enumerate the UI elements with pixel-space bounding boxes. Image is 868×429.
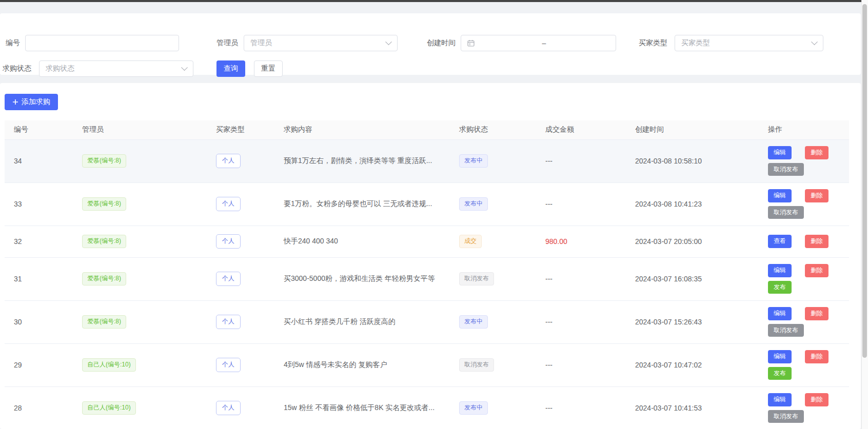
- reset-button[interactable]: 重置: [254, 60, 283, 77]
- cell-created-time: 2024-03-07 20:05:00: [626, 226, 759, 257]
- admin-tag: 爱慕(编号:8): [82, 235, 126, 248]
- plus-icon: [12, 99, 18, 105]
- cell-status: 取消发布: [450, 343, 536, 386]
- admin-tag: 爱慕(编号:8): [82, 272, 126, 285]
- vertical-scrollbar-thumb[interactable]: [862, 4, 867, 358]
- requests-table: 编号管理员买家类型求购内容求购状态成交金额创建时间操作 34爱慕(编号:8)个人…: [5, 120, 849, 429]
- action-button-danger[interactable]: 删除: [805, 189, 828, 202]
- admin-select[interactable]: 管理员: [244, 35, 398, 51]
- action-button-primary[interactable]: 编辑: [768, 350, 792, 363]
- buyer-type-tag: 个人: [216, 401, 241, 415]
- column-header: 创建时间: [626, 120, 759, 139]
- cell-buyer-type: 个人: [207, 139, 274, 182]
- cell-created-time: 2024-03-08 10:58:10: [626, 139, 759, 182]
- action-button-primary[interactable]: 编辑: [768, 264, 792, 277]
- action-button-info[interactable]: 取消发布: [768, 163, 804, 176]
- created-daterange-input[interactable]: –: [461, 35, 616, 51]
- cell-row-id: 30: [5, 300, 73, 343]
- action-button-primary[interactable]: 查看: [768, 235, 792, 248]
- cell-admin: 爱慕(编号:8): [73, 300, 207, 343]
- cell-actions: 编辑删除取消发布: [759, 182, 849, 226]
- table-row: 32爱慕(编号:8)个人快手240 400 340成交980.002024-03…: [5, 226, 849, 257]
- status-select[interactable]: 求购状态: [39, 60, 193, 77]
- cell-request-content: 4到5w 情感号未实名的 复购客户: [274, 343, 450, 386]
- add-request-button[interactable]: 添加求购: [5, 94, 58, 110]
- deal-amount-value: ---: [545, 275, 553, 283]
- top-border-bar: [0, 0, 868, 2]
- deal-amount-value: ---: [545, 361, 553, 369]
- action-button-danger[interactable]: 删除: [805, 264, 828, 277]
- cell-status: 成交: [450, 226, 536, 257]
- add-request-label: 添加求购: [22, 97, 50, 107]
- action-button-info[interactable]: 取消发布: [768, 206, 804, 219]
- buyer-type-select[interactable]: 买家类型: [675, 35, 823, 51]
- status-tag: 发布中: [459, 197, 488, 210]
- action-button-primary[interactable]: 编辑: [768, 307, 792, 320]
- action-button-info[interactable]: 取消发布: [768, 324, 804, 337]
- action-line: 取消发布: [768, 410, 844, 423]
- cell-request-content: 15w 粉丝 不看画像 价格低于8K 实名更改或者...: [274, 386, 450, 429]
- action-button-danger[interactable]: 删除: [805, 393, 828, 406]
- cell-actions: 编辑删除发布: [759, 343, 849, 386]
- number-input[interactable]: [25, 35, 179, 51]
- chevron-down-icon: [811, 38, 818, 45]
- cell-created-time: 2024-03-07 10:47:02: [626, 343, 759, 386]
- filter-buyer-type: 买家类型: [639, 35, 667, 51]
- cell-deal-amount: ---: [536, 300, 626, 343]
- cell-buyer-type: 个人: [207, 257, 274, 300]
- action-button-primary[interactable]: 编辑: [768, 189, 792, 202]
- action-button-success[interactable]: 发布: [768, 367, 792, 380]
- cell-deal-amount: ---: [536, 386, 626, 429]
- action-button-danger[interactable]: 删除: [805, 350, 828, 363]
- status-select-placeholder: 求购状态: [46, 64, 74, 73]
- buyer-type-tag: 个人: [216, 197, 241, 211]
- cell-created-time: 2024-03-07 10:41:53: [626, 386, 759, 429]
- cell-buyer-type: 个人: [207, 343, 274, 386]
- buyer-type-tag: 个人: [216, 154, 241, 168]
- status-tag: 成交: [459, 235, 482, 248]
- status-tag: 取消发布: [459, 358, 494, 371]
- query-button[interactable]: 查询: [216, 60, 245, 77]
- buyer-type-tag: 个人: [216, 272, 241, 285]
- buyer-type-tag: 个人: [216, 234, 241, 248]
- chevron-down-icon: [181, 64, 188, 71]
- action-button-danger[interactable]: 删除: [805, 235, 828, 248]
- action-button-danger[interactable]: 删除: [805, 146, 828, 159]
- table-row: 31爱慕(编号:8)个人买3000-5000粉，游戏和生活类 年轻粉男女平等取消…: [5, 257, 849, 300]
- cell-request-content: 预算1万左右，剧情类，演绎类等等 重度活跃...: [274, 139, 450, 182]
- cell-buyer-type: 个人: [207, 386, 274, 429]
- column-header: 管理员: [73, 120, 207, 139]
- admin-label: 管理员: [216, 38, 238, 48]
- action-line: 编辑删除: [768, 393, 844, 406]
- buyer-type-select-placeholder: 买家类型: [681, 38, 710, 48]
- action-button-primary[interactable]: 编辑: [768, 393, 792, 406]
- cell-status: 发布中: [450, 139, 536, 182]
- admin-tag: 自己人(编号:10): [82, 401, 136, 414]
- cell-deal-amount: ---: [536, 139, 626, 182]
- status-tag: 发布中: [459, 401, 488, 414]
- cell-admin: 自己人(编号:10): [73, 386, 207, 429]
- action-button-info[interactable]: 取消发布: [768, 410, 804, 423]
- cell-actions: 编辑删除取消发布: [759, 300, 849, 343]
- action-button-primary[interactable]: 编辑: [768, 146, 792, 159]
- cell-created-time: 2024-03-07 16:08:35: [626, 257, 759, 300]
- cell-row-id: 32: [5, 226, 73, 257]
- action-button-danger[interactable]: 删除: [805, 307, 828, 320]
- filter-admin: 管理员: [216, 35, 238, 51]
- cell-admin: 爱慕(编号:8): [73, 226, 207, 257]
- cell-buyer-type: 个人: [207, 182, 274, 226]
- deal-amount-value: ---: [545, 157, 553, 165]
- action-line: 发布: [768, 367, 844, 380]
- action-button-success[interactable]: 发布: [768, 281, 792, 294]
- cell-buyer-type: 个人: [207, 300, 274, 343]
- cell-row-id: 31: [5, 257, 73, 300]
- status-label: 求购状态: [3, 64, 31, 73]
- requests-panel: 添加求购 编号管理员买家类型求购内容求购状态成交金额创建时间操作 34爱慕(编号…: [0, 83, 861, 429]
- filter-status: 求购状态: [3, 60, 31, 77]
- vertical-scrollbar-track[interactable]: [861, 0, 868, 429]
- admin-tag: 爱慕(编号:8): [82, 154, 126, 167]
- action-line: 编辑删除: [768, 307, 844, 320]
- column-header: 成交金额: [536, 120, 626, 139]
- action-line: 取消发布: [768, 206, 844, 219]
- admin-select-placeholder: 管理员: [250, 38, 272, 48]
